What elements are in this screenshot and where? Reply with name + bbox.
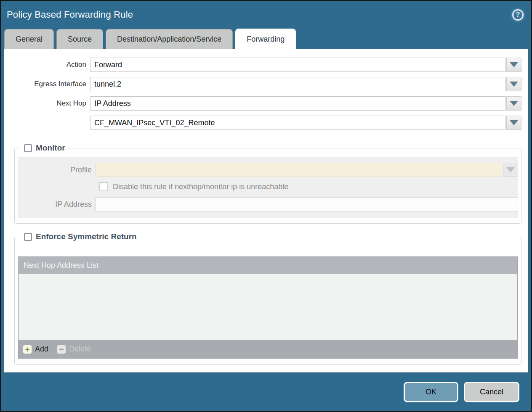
add-button[interactable]: + Add	[23, 345, 48, 354]
tab-forwarding[interactable]: Forwarding	[235, 29, 296, 49]
tab-source[interactable]: Source	[56, 29, 103, 49]
monitor-fieldset: Monitor Profile Disable this rule if nex…	[14, 143, 521, 224]
titlebar: Policy Based Forwarding Rule ?	[1, 1, 531, 29]
add-button-label: Add	[35, 345, 48, 354]
dialog-title: Policy Based Forwarding Rule	[7, 9, 133, 20]
egress-interface-combobox[interactable]: tunnel.2	[90, 77, 505, 91]
action-combobox[interactable]: Forward	[90, 58, 505, 72]
delete-button: − Delete	[57, 345, 91, 354]
tab-destination-application-service[interactable]: Destination/Application/Service	[106, 29, 233, 49]
next-hop-type-dropdown-button[interactable]	[506, 96, 521, 111]
egress-interface-row: Egress Interface tunnel.2	[4, 77, 521, 91]
monitor-disabled-panel: Profile Disable this rule if nexthop/mon…	[18, 157, 518, 218]
next-hop-address-list-column-header[interactable]: Next Hop Address List	[19, 257, 517, 274]
monitor-legend: Monitor	[21, 143, 68, 153]
minus-icon: −	[57, 345, 66, 354]
enforce-symmetric-return-label: Enforce Symmetric Return	[36, 232, 137, 241]
profile-combobox	[96, 163, 502, 177]
cancel-button[interactable]: Cancel	[464, 382, 519, 402]
monitor-checkbox[interactable]	[24, 144, 32, 152]
monitor-ip-address-label: IP Address	[18, 200, 96, 209]
delete-button-label: Delete	[69, 345, 91, 354]
next-hop-label: Next Hop	[4, 99, 90, 108]
next-hop-address-dropdown-button[interactable]	[506, 116, 521, 130]
pbf-rule-dialog: Policy Based Forwarding Rule ? General S…	[0, 0, 532, 412]
action-label: Action	[4, 61, 90, 69]
enforce-symmetric-return-checkbox[interactable]	[24, 233, 32, 241]
disable-rule-label: Disable this rule if nexthop/monitor ip …	[113, 182, 288, 191]
egress-interface-dropdown-button[interactable]	[506, 77, 521, 91]
disable-rule-checkbox	[99, 182, 108, 191]
chevron-down-icon	[510, 101, 518, 106]
next-hop-address-list-body	[19, 274, 517, 340]
chevron-down-icon	[510, 62, 518, 67]
next-hop-type-combobox[interactable]: IP Address	[90, 96, 505, 111]
next-hop-address-combobox[interactable]: CF_MWAN_IPsec_VTI_02_Remote	[90, 116, 505, 130]
dialog-footer: OK Cancel	[1, 372, 531, 411]
next-hop-address-list-grid: Next Hop Address List + Add − Delete	[18, 256, 518, 359]
profile-dropdown-button	[503, 163, 518, 177]
egress-interface-label: Egress Interface	[4, 80, 90, 88]
profile-row: Profile	[18, 163, 518, 177]
action-row: Action Forward	[4, 58, 521, 72]
plus-icon: +	[23, 345, 32, 354]
ok-button[interactable]: OK	[404, 382, 458, 402]
help-icon[interactable]: ?	[512, 9, 524, 21]
profile-label: Profile	[18, 166, 96, 174]
tabstrip: General Source Destination/Application/S…	[1, 29, 531, 49]
monitor-label: Monitor	[36, 143, 65, 153]
chevron-down-icon	[510, 120, 518, 125]
enforce-symmetric-return-fieldset: Enforce Symmetric Return Next Hop Addres…	[14, 232, 521, 365]
disable-rule-row: Disable this rule if nexthop/monitor ip …	[99, 182, 518, 191]
next-hop-row: Next Hop IP Address	[4, 96, 521, 111]
chevron-down-icon	[506, 167, 515, 172]
tab-general[interactable]: General	[4, 29, 54, 49]
enforce-symmetric-return-legend: Enforce Symmetric Return	[21, 232, 140, 241]
action-dropdown-button[interactable]	[506, 58, 521, 72]
chevron-down-icon	[510, 82, 518, 87]
monitor-ip-address-row: IP Address	[18, 197, 518, 211]
grid-toolbar: + Add − Delete	[19, 340, 517, 358]
next-hop-address-row: CF_MWAN_IPsec_VTI_02_Remote	[4, 116, 521, 130]
forwarding-tab-panel: Action Forward Egress Interface tunnel.2…	[4, 49, 528, 372]
monitor-ip-address-input	[96, 197, 518, 211]
